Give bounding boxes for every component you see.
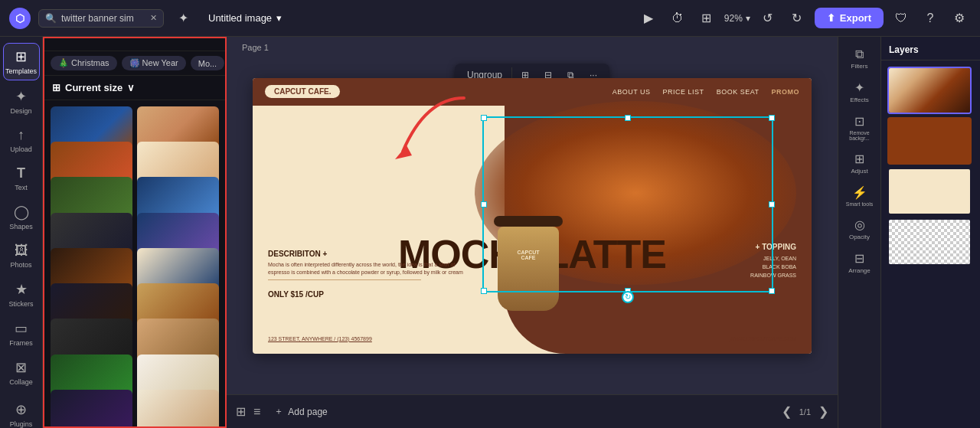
search-input[interactable] <box>61 13 145 24</box>
shield-button[interactable]: 🛡 <box>890 7 913 30</box>
undo-button[interactable]: ↺ <box>756 7 779 30</box>
add-page-button[interactable]: ＋ Add page <box>268 402 333 421</box>
remove-bg-icon: ⊡ <box>854 114 864 129</box>
canvas-nav-price: PRICE LIST <box>663 88 704 96</box>
play-button[interactable]: ▶ <box>637 7 660 30</box>
sidebar-item-templates[interactable]: ⊞ Templates <box>3 43 40 80</box>
export-icon: ⬆ <box>827 12 835 24</box>
right-tool-opacity[interactable]: ◎ Opacity <box>841 213 878 245</box>
title-chevron-icon[interactable]: ▾ <box>276 12 282 24</box>
cup-lid <box>494 216 563 227</box>
sidebar-item-design[interactable]: ✦ Design <box>3 83 40 119</box>
add-page-icon: ＋ <box>274 405 283 418</box>
export-label: Export <box>840 12 871 24</box>
templates-icon: ⊞ <box>15 48 27 65</box>
templates-tabs: 🎄 Christmas 🎆 New Year Mo... <box>44 51 225 76</box>
right-sidebar: ⧉ Filters ✦ Effects ⊡ Remove backgr... ⊞… <box>838 37 880 428</box>
app-logo: ⬡ <box>9 8 31 29</box>
canvas-cup-graphic: CAPCUTCAFE <box>490 216 567 323</box>
smart-tools-icon: ⚡ <box>852 185 867 200</box>
layer-thumb-1[interactable] <box>887 67 972 114</box>
tab-christmas[interactable]: 🎄 Christmas <box>51 56 117 70</box>
document-title-area: Untitled image ▾ <box>208 12 282 24</box>
filters-icon: ⧉ <box>855 47 864 61</box>
shapes-icon: ◯ <box>14 204 29 221</box>
topbar: ⬡ 🔍 ✕ ✦ Untitled image ▾ ▶ ⏱ ⊞ 92% ▾ ↺ ↻… <box>0 0 980 37</box>
sidebar-item-photos[interactable]: 🖼 Photos <box>3 238 40 273</box>
zoom-value: 92% <box>724 13 743 24</box>
templates-search-area <box>44 38 225 51</box>
layers-content <box>881 60 980 428</box>
canvas-topping-title: + TOPPING <box>750 243 796 251</box>
frames-icon: ▭ <box>15 320 28 337</box>
layout-button[interactable]: ⊞ <box>695 7 718 30</box>
layer-thumbnail-2 <box>889 119 970 163</box>
upload-icon: ↑ <box>18 127 24 143</box>
sidebar-item-stickers[interactable]: ★ Stickers <box>3 276 40 312</box>
sidebar-item-shapes[interactable]: ◯ Shapes <box>3 199 40 235</box>
right-tool-filters[interactable]: ⧉ Filters <box>841 43 878 74</box>
canvas-nav-about: ABOUT US <box>612 88 651 96</box>
timeline-icon[interactable]: ≡ <box>253 405 260 419</box>
close-icon[interactable]: ✕ <box>150 13 157 23</box>
canvas-nav-promo: PROMO <box>771 88 799 96</box>
effects-icon: ✦ <box>854 80 864 95</box>
plugins-icon: ⊕ <box>15 401 27 418</box>
right-tool-smart[interactable]: ⚡ Smart tools <box>841 181 878 211</box>
layer-thumb-4[interactable] <box>887 218 972 266</box>
sidebar-item-frames[interactable]: ▭ Frames <box>3 315 40 351</box>
tab-more[interactable]: Mo... <box>191 56 224 70</box>
layer-thumb-3[interactable] <box>887 168 972 215</box>
sidebar-item-upload[interactable]: ↑ Upload <box>3 123 40 158</box>
topbar-controls: ▶ ⏱ ⊞ 92% ▾ ↺ ↻ ⬆ Export 🛡 ? ⚙ <box>637 7 971 30</box>
tab-new-year[interactable]: 🎆 New Year <box>122 56 186 70</box>
canvas-price: ONLY $15 /CUP <box>268 290 324 299</box>
export-button[interactable]: ⬆ Export <box>815 8 884 28</box>
template-item[interactable] <box>137 390 219 426</box>
settings-button[interactable]: ⚙ <box>948 7 971 30</box>
stickers-icon: ★ <box>15 281 28 298</box>
rotate-handle[interactable]: ↻ <box>622 291 634 303</box>
cup-body: CAPCUTCAFE <box>498 227 559 311</box>
right-tool-effects[interactable]: ✦ Effects <box>841 76 878 108</box>
layer-thumb-2[interactable] <box>887 117 972 165</box>
canvas-topping-items: JELLY, OEANBLACK BOBARAINBOW GRASS <box>750 254 796 280</box>
timer-button[interactable]: ⏱ <box>666 7 689 30</box>
design-icon: ✦ <box>15 88 27 105</box>
text-icon: T <box>17 165 25 181</box>
arrange-icon: ⊟ <box>854 251 864 266</box>
selection-handle-bl[interactable] <box>481 288 487 294</box>
photos-icon: 🖼 <box>15 243 28 259</box>
sidebar-item-text[interactable]: T Text <box>3 161 40 196</box>
layer-thumbnail-4 <box>889 220 970 264</box>
nav-right-icon[interactable]: ❯ <box>818 404 828 419</box>
zoom-chevron-icon: ▾ <box>746 13 750 24</box>
sidebar-item-collage[interactable]: ⊠ Collage <box>3 354 40 390</box>
magic-button[interactable]: ✦ <box>172 7 194 30</box>
right-tool-remove-bg[interactable]: ⊡ Remove backgr... <box>841 109 878 145</box>
canvas-bottom-bar: ⊞ ≡ ＋ Add page ❮ 1/1 ❯ <box>227 394 838 428</box>
template-item[interactable] <box>51 390 132 426</box>
selection-handle-tl[interactable] <box>481 115 487 121</box>
right-tool-arrange[interactable]: ⊟ Arrange <box>841 247 878 279</box>
sidebar-item-plugins[interactable]: ⊕ Plugins <box>3 397 40 428</box>
layer-thumbnail-1 <box>889 68 970 113</box>
search-box[interactable]: 🔍 ✕ <box>38 9 164 28</box>
canvas-description: DESCRIBITON + Mocha is often interpreted… <box>268 250 467 280</box>
grid-icon[interactable]: ⊞ <box>236 404 246 419</box>
canvas-logo: CAPCUT CAFE. <box>265 85 340 98</box>
redo-button[interactable]: ↻ <box>786 7 808 30</box>
canvas-desc-line <box>268 279 421 280</box>
main-layout: ⊞ Templates ✦ Design ↑ Upload T Text ◯ S… <box>0 37 980 428</box>
adjust-icon: ⊞ <box>854 152 864 166</box>
templates-panel: 🎄 Christmas 🎆 New Year Mo... ⊞ Current s… <box>43 37 227 428</box>
current-size-bar[interactable]: ⊞ Current size ∨ <box>44 76 225 100</box>
add-page-label: Add page <box>288 407 327 417</box>
right-tool-adjust[interactable]: ⊞ Adjust <box>841 147 878 179</box>
help-button[interactable]: ? <box>919 7 942 30</box>
page-indicator: 1/1 <box>799 407 811 417</box>
current-size-icon: ⊞ <box>52 82 60 93</box>
canvas-navbar: CAPCUT CAFE. ABOUT US PRICE LIST BOOK SE… <box>253 78 812 106</box>
nav-left-icon[interactable]: ❮ <box>782 404 792 419</box>
zoom-control[interactable]: 92% ▾ <box>724 13 750 24</box>
